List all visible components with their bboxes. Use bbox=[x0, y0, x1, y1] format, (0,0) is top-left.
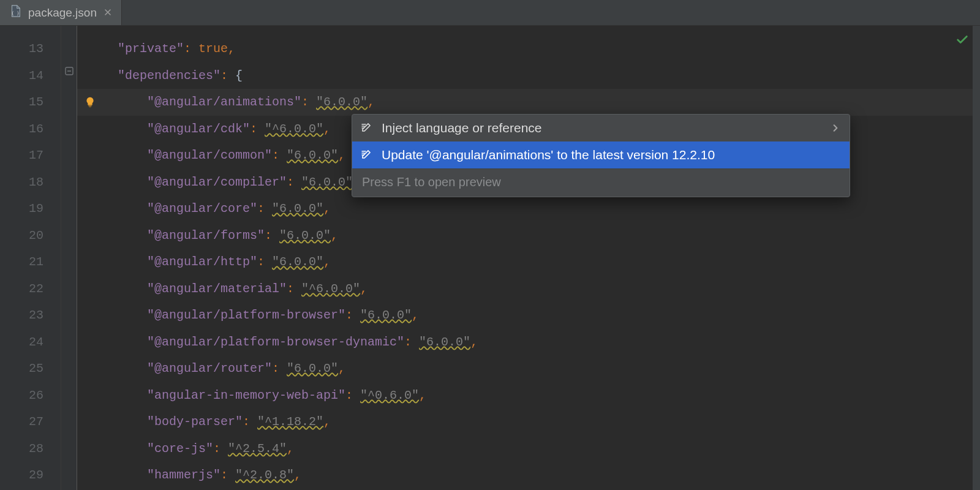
code-line[interactable]: "@angular/platform-browser-dynamic": "6.… bbox=[77, 329, 980, 356]
code-line[interactable]: "@angular/platform-browser": "6.0.0", bbox=[77, 302, 980, 329]
intention-item[interactable]: Inject language or reference bbox=[352, 115, 850, 141]
code-line[interactable]: "@angular/material": "^6.0.0", bbox=[77, 276, 980, 303]
line-number: 17 bbox=[0, 142, 61, 169]
chevron-right-icon bbox=[831, 121, 840, 135]
checkmark-icon[interactable] bbox=[956, 33, 969, 50]
line-number: 23 bbox=[0, 302, 61, 329]
tab-package-json[interactable]: { } package.json bbox=[0, 0, 122, 25]
code-line[interactable]: "@angular/animations": "6.0.0", bbox=[77, 89, 980, 116]
line-number: 13 bbox=[0, 36, 61, 62]
code-line[interactable]: "@angular/forms": "6.0.0", bbox=[77, 222, 980, 249]
fold-toggle-icon[interactable] bbox=[64, 66, 74, 76]
svg-text:{ }: { } bbox=[11, 10, 19, 16]
line-number: 21 bbox=[0, 249, 61, 276]
tab-bar: { } package.json bbox=[0, 0, 980, 26]
code-line[interactable]: "private": true, bbox=[77, 36, 980, 62]
code-line[interactable]: "@angular/router": "6.0.0", bbox=[77, 355, 980, 382]
line-number: 20 bbox=[0, 222, 61, 249]
line-number: 25 bbox=[0, 355, 61, 382]
line-number: 19 bbox=[0, 195, 61, 222]
code-area[interactable]: "private": true, "dependencies": { "@ang… bbox=[77, 26, 980, 490]
pencil-icon bbox=[361, 148, 373, 163]
lightbulb-icon[interactable] bbox=[82, 89, 98, 116]
line-number: 18 bbox=[0, 169, 61, 196]
popup-hint: Press F1 to open preview bbox=[352, 168, 850, 197]
fold-column bbox=[61, 26, 77, 490]
code-line[interactable]: "angular-in-memory-web-api": "^0.6.0", bbox=[77, 382, 980, 409]
intention-item[interactable]: Update '@angular/animations' to the late… bbox=[352, 141, 850, 168]
line-number: 14 bbox=[0, 62, 61, 89]
line-number: 28 bbox=[0, 435, 61, 462]
line-number: 24 bbox=[0, 329, 61, 356]
pencil-icon bbox=[361, 121, 373, 136]
editor: 1314151617181920212223242526272829 "priv… bbox=[0, 26, 980, 490]
code-line[interactable]: "@angular/http": "6.0.0", bbox=[77, 249, 980, 276]
tab-label: package.json bbox=[28, 6, 97, 20]
intention-popup: Inject language or referenceUpdate '@ang… bbox=[352, 114, 850, 197]
svg-rect-2 bbox=[88, 105, 92, 106]
intention-label: Update '@angular/animations' to the late… bbox=[382, 148, 840, 162]
code-line[interactable]: "body-parser": "^1.18.2", bbox=[77, 409, 980, 435]
line-number: 16 bbox=[0, 116, 61, 143]
line-number: 22 bbox=[0, 276, 61, 303]
line-number: 26 bbox=[0, 382, 61, 409]
svg-rect-3 bbox=[89, 107, 91, 107]
json-file-icon: { } bbox=[9, 4, 22, 21]
code-line[interactable]: "hammerjs": "^2.0.8", bbox=[77, 462, 980, 489]
scrollbar[interactable] bbox=[973, 26, 980, 490]
code-line[interactable]: "core-js": "^2.5.4", bbox=[77, 435, 980, 462]
line-number: 27 bbox=[0, 409, 61, 435]
intention-label: Inject language or reference bbox=[382, 121, 823, 135]
line-number: 15 bbox=[0, 89, 61, 116]
code-line[interactable]: "dependencies": { bbox=[77, 62, 980, 89]
gutter: 1314151617181920212223242526272829 bbox=[0, 26, 61, 490]
close-icon[interactable] bbox=[103, 6, 113, 20]
code-line[interactable]: "@angular/core": "6.0.0", bbox=[77, 195, 980, 222]
line-number: 29 bbox=[0, 462, 61, 489]
